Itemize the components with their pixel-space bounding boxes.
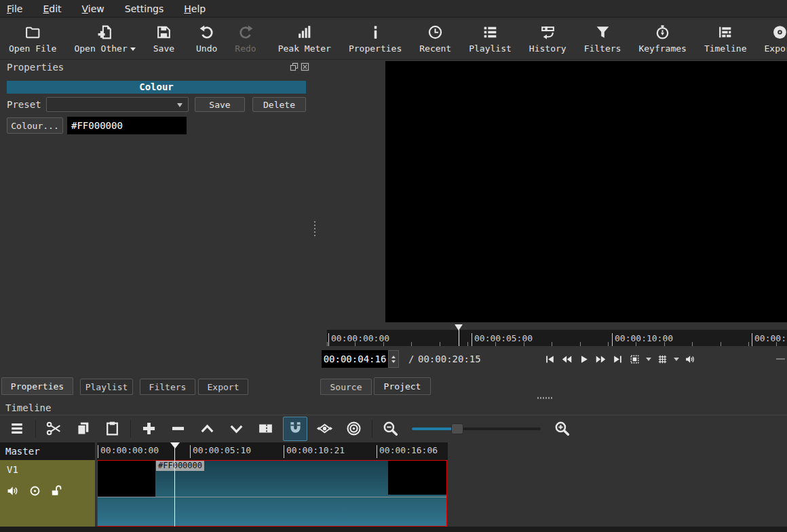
float-panel-icon[interactable] [290, 62, 299, 71]
clip-audio-section [98, 497, 446, 526]
save-button[interactable]: Save [145, 18, 183, 59]
zoom-fit-button[interactable] [629, 354, 640, 365]
timeline-panel-title: Timeline [5, 402, 51, 413]
clip-thumbnail-start [98, 461, 155, 497]
snap-toggle-button[interactable] [283, 417, 307, 441]
timeline-clip-selected[interactable]: #FF000000 [97, 460, 447, 527]
playlist-button[interactable]: Playlist [460, 18, 520, 59]
timeline-menu-button[interactable] [3, 417, 32, 440]
toolbar-separator [130, 420, 131, 438]
cut-button[interactable] [39, 417, 69, 440]
properties-panel-title: Properties [7, 62, 64, 73]
preset-combobox[interactable] [46, 97, 189, 112]
scrub-while-dragging-button[interactable] [310, 417, 339, 440]
timeline-bottom-strip [0, 527, 787, 532]
tab-properties[interactable]: Properties [1, 377, 73, 395]
panel-resize-handle[interactable] [776, 358, 785, 360]
master-track-header[interactable]: Master [0, 442, 95, 460]
ripple-toggle-button[interactable] [339, 417, 368, 440]
undo-button[interactable]: Undo [187, 18, 226, 59]
clip-video-section: #FF000000 [98, 461, 446, 497]
timeline-panel: Timeline [0, 402, 787, 532]
preset-label: Preset [7, 99, 41, 110]
vertical-splitter-handle[interactable] [313, 221, 316, 238]
clip-type-header: Colour [7, 81, 306, 94]
horizontal-splitter-handle[interactable] [537, 397, 554, 399]
current-time-spinbox[interactable]: 00:00:04:16 [322, 350, 399, 368]
peak-meter-button[interactable]: Peak Meter [269, 18, 340, 59]
timeline-zoom-slider[interactable] [412, 417, 541, 440]
mute-track-icon[interactable] [7, 484, 20, 497]
tab-source[interactable]: Source [320, 379, 372, 395]
close-panel-icon[interactable] [301, 62, 309, 71]
timeline-playhead-marker[interactable] [170, 442, 180, 449]
ruler-tick-label: 00:00:10:00 [612, 333, 673, 346]
overwrite-button[interactable] [222, 417, 251, 440]
tab-project[interactable]: Project [374, 377, 431, 395]
chevron-down-icon[interactable] [674, 358, 679, 364]
spin-down-icon[interactable] [391, 360, 396, 365]
paste-button[interactable] [98, 417, 127, 440]
timeline-icon [717, 24, 734, 41]
dock-tab-bar: Properties Playlist Filters Export Sourc… [0, 377, 787, 395]
recent-button[interactable]: Recent [410, 18, 460, 59]
menu-view[interactable]: View [82, 3, 104, 14]
menu-edit[interactable]: Edit [43, 3, 61, 14]
copy-button[interactable] [69, 417, 98, 440]
grid-button[interactable] [657, 354, 668, 365]
ripple-delete-button[interactable] [164, 417, 193, 440]
chevron-down-icon[interactable] [646, 358, 651, 364]
track-v1-header[interactable]: V1 [0, 460, 95, 527]
timeline-button[interactable]: Timeline [695, 18, 756, 59]
total-duration: 00:00:20:15 [418, 354, 481, 364]
hide-track-icon[interactable] [28, 484, 41, 497]
preset-delete-button[interactable]: Delete [252, 97, 306, 112]
peak-meter-icon [296, 24, 313, 41]
play-button[interactable] [578, 354, 590, 365]
history-button[interactable]: History [520, 18, 575, 59]
menu-help[interactable]: Help [184, 3, 206, 14]
zoom-in-button[interactable] [548, 417, 577, 440]
keyframes-button[interactable]: Keyframes [630, 18, 695, 59]
ruler-tick-label: 00:00:00:00 [98, 445, 159, 458]
tab-filters[interactable]: Filters [140, 379, 195, 395]
split-button[interactable] [251, 417, 280, 440]
tab-playlist[interactable]: Playlist [80, 379, 133, 395]
toolbar-separator [372, 420, 372, 438]
rewind-button[interactable] [561, 354, 573, 365]
volume-button[interactable] [685, 354, 696, 365]
keyframes-icon [654, 24, 671, 41]
redo-button[interactable]: Redo [226, 18, 265, 59]
timeline-ruler[interactable]: 00:00:00:00 00:00:05:10 00:00:10:21 00:0… [97, 442, 448, 460]
player-panel: 00:00:00:00 00:00:05:00 00:00:10:00 00:0… [318, 60, 787, 377]
lift-button[interactable] [193, 417, 222, 440]
slider-handle[interactable] [451, 423, 463, 434]
player-time-ruler[interactable]: 00:00:00:00 00:00:05:00 00:00:10:00 00:0… [327, 330, 787, 346]
recent-icon [427, 24, 444, 41]
filters-icon [594, 24, 611, 41]
export-icon [771, 24, 787, 41]
preset-save-button[interactable]: Save [195, 97, 245, 112]
skip-previous-button[interactable] [544, 354, 556, 365]
spin-up-icon[interactable] [391, 354, 396, 358]
current-time-value[interactable]: 00:00:04:16 [322, 350, 388, 368]
fast-forward-button[interactable] [595, 354, 607, 365]
properties-icon [367, 24, 384, 41]
filters-button[interactable]: Filters [575, 18, 630, 59]
lock-track-icon[interactable] [50, 484, 63, 497]
timeline-tracks-area: Master 00:00:00:00 00:00:05:10 00:00:10:… [0, 442, 787, 532]
export-button[interactable]: Export [756, 18, 787, 59]
menu-settings[interactable]: Settings [125, 3, 164, 14]
menu-file[interactable]: File [7, 3, 22, 14]
timeline-toolbar [0, 415, 787, 442]
colour-picker-button[interactable]: Colour... [7, 117, 63, 134]
append-button[interactable] [134, 417, 164, 440]
tab-export[interactable]: Export [198, 379, 248, 395]
colour-value-field[interactable]: #FF000000 [67, 117, 187, 134]
properties-button[interactable]: Properties [340, 18, 410, 59]
skip-next-button[interactable] [612, 354, 623, 365]
timeline-playhead-line [174, 442, 175, 532]
open-file-button[interactable]: Open File [0, 18, 65, 59]
zoom-out-button[interactable] [376, 417, 405, 440]
open-other-button[interactable]: Open Other [65, 18, 144, 59]
